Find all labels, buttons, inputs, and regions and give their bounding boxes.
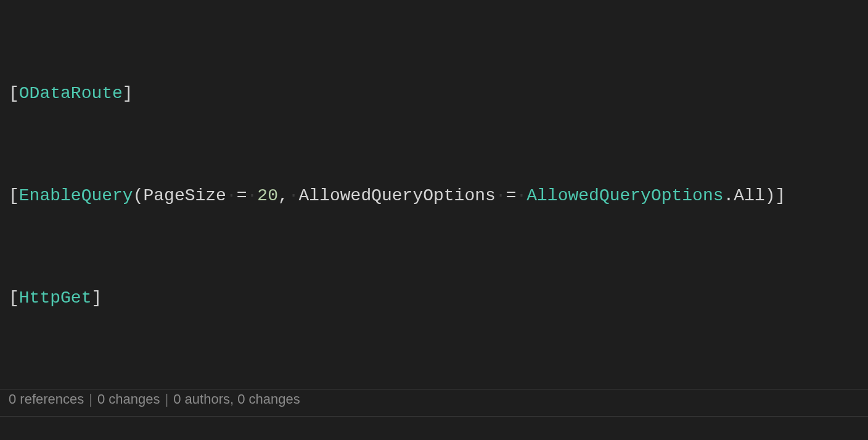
attribute-enablequery: EnableQuery xyxy=(19,186,133,205)
codelens-authors[interactable]: 0 authors, 0 changes xyxy=(173,391,300,407)
horizontal-rule xyxy=(0,389,868,389)
code-line[interactable]: [HttpGet] xyxy=(9,285,868,311)
attribute-httpget: HttpGet xyxy=(19,288,92,308)
code-line[interactable]: [ODataRoute] xyxy=(9,81,868,107)
horizontal-rule xyxy=(0,416,868,417)
attribute-odataroute: ODataRoute xyxy=(19,84,123,103)
codelens-references[interactable]: 0 references xyxy=(9,391,84,407)
code-line[interactable]: [EnableQuery(PageSize·=·20,·AllowedQuery… xyxy=(9,183,868,209)
codelens-changes[interactable]: 0 changes xyxy=(97,391,160,407)
codelens-bar[interactable]: 0 references|0 changes|0 authors, 0 chan… xyxy=(9,388,868,411)
code-editor[interactable]: [ODataRoute] [EnableQuery(PageSize·=·20,… xyxy=(0,0,868,440)
